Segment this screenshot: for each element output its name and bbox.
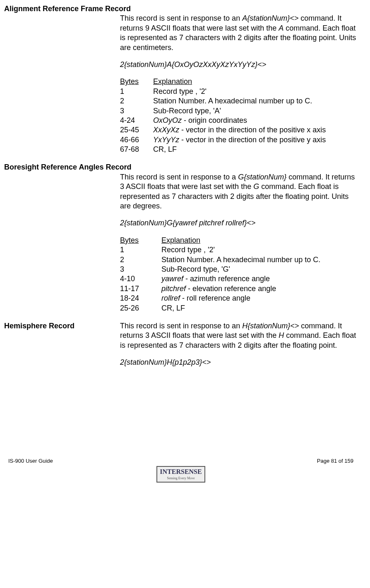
byte-table: BytesExplanation1Record type , '2'2Stati… (120, 77, 358, 154)
byte-explanation: OxOyOz - origin coordinates (153, 116, 358, 125)
doc-section: Hemisphere RecordThis record is sent in … (4, 321, 358, 375)
command-ref-short: A (279, 24, 284, 32)
byte-explanation: Station Number. A hexadecimal number up … (153, 96, 358, 106)
command-ref: A{stationNum}<> (242, 14, 298, 22)
section-body: This record is sent in response to an A{… (120, 14, 358, 154)
byte-table-row: 2Station Number. A hexadecimal number up… (120, 96, 358, 106)
byte-explanation: yawref - azimuth reference angle (161, 274, 358, 284)
byte-range: 18-24 (120, 294, 161, 303)
byte-explanation: Record type , '2' (161, 245, 358, 255)
page-footer: IS-900 User Guide Page 81 of 159 (4, 458, 358, 465)
byte-param: yawref (161, 275, 183, 283)
section-intro: This record is sent in response to an A{… (120, 14, 358, 53)
byte-param: pitchref (161, 284, 186, 293)
byte-range: 25-45 (120, 125, 153, 135)
byte-table-row: 4-24OxOyOz - origin coordinates (120, 116, 358, 125)
explanation-header: Explanation (161, 236, 358, 245)
doc-section: Boresight Reference Angles RecordThis re… (4, 163, 358, 313)
logo-container: INTERSENSE Sensing Every Move (4, 466, 358, 482)
byte-range: 3 (120, 265, 161, 274)
byte-explanation: pitchref - elevation reference angle (161, 284, 358, 294)
bytes-header: Bytes (120, 236, 161, 245)
byte-param: XxXyXz (153, 126, 179, 134)
byte-range: 3 (120, 106, 153, 116)
byte-table: BytesExplanation1Record type , '2'2Stati… (120, 236, 358, 313)
byte-table-row: 67-68CR, LF (120, 145, 358, 154)
section-title: Alignment Reference Frame Record (4, 4, 358, 14)
section-body: This record is sent in response to an H{… (120, 321, 358, 375)
section-title: Boresight Reference Angles Record (4, 163, 358, 172)
byte-explanation: Station Number. A hexadecimal number up … (161, 255, 358, 265)
byte-table-header: BytesExplanation (120, 77, 358, 86)
byte-table-row: 25-45XxXyXz - vector in the direction of… (120, 125, 358, 135)
byte-table-row: 46-66 YxYyYz - vector in the direction o… (120, 135, 358, 145)
byte-explanation: CR, LF (161, 304, 358, 313)
byte-table-header: BytesExplanation (120, 236, 358, 245)
byte-explanation: rollref - roll reference angle (161, 294, 358, 303)
byte-range: 2 (120, 96, 153, 106)
syntax-line: 2{stationNum}H{p1p2p3}<> (120, 358, 358, 367)
byte-range: 4-10 (120, 274, 161, 284)
section-title: Hemisphere Record (4, 321, 120, 331)
byte-table-row: 4-10yawref - azimuth reference angle (120, 274, 358, 284)
byte-range: 1 (120, 245, 161, 255)
section-body: This record is sent in response to a G{s… (120, 172, 358, 313)
byte-explanation: Sub-Record type, 'A' (153, 106, 358, 116)
explanation-header: Explanation (153, 77, 358, 86)
command-ref: H{stationNum}<> (242, 322, 299, 330)
byte-table-row: 3Sub-Record type, 'G' (120, 265, 358, 274)
section-intro: This record is sent in response to an H{… (120, 321, 358, 350)
command-ref: G{stationNum} (238, 173, 286, 181)
byte-range: 25-26 (120, 304, 161, 313)
logo-text: INTERSENSE (160, 468, 202, 475)
byte-param: rollref (161, 294, 180, 302)
byte-explanation: CR, LF (153, 145, 358, 154)
byte-range: 1 (120, 87, 153, 96)
byte-table-row: 1Record type , '2' (120, 87, 358, 96)
footer-left: IS-900 User Guide (8, 458, 53, 465)
byte-explanation: XxXyXz - vector in the direction of the … (153, 125, 358, 135)
byte-table-row: 11-17pitchref - elevation reference angl… (120, 284, 358, 294)
byte-range: 11-17 (120, 284, 161, 294)
byte-table-row: 25-26CR, LF (120, 304, 358, 313)
byte-range: 67-68 (120, 145, 153, 154)
byte-explanation: Record type , '2' (153, 87, 358, 96)
byte-explanation: Sub-Record type, 'G' (161, 265, 358, 274)
byte-table-row: 18-24rollref - roll reference angle (120, 294, 358, 303)
byte-param: OxOyOz (153, 116, 182, 124)
footer-right: Page 81 of 159 (317, 458, 353, 465)
bytes-header: Bytes (120, 77, 153, 86)
byte-range: 4-24 (120, 116, 153, 125)
logo: INTERSENSE Sensing Every Move (156, 466, 205, 482)
command-ref-short: G (253, 182, 259, 191)
byte-table-row: 1Record type , '2' (120, 245, 358, 255)
byte-range: 46-66 (120, 135, 153, 145)
command-ref-short: H (279, 331, 284, 339)
doc-section: Alignment Reference Frame RecordThis rec… (4, 4, 358, 154)
logo-subtitle: Sensing Every Move (160, 476, 202, 480)
byte-param: YxYyYz (153, 136, 179, 144)
syntax-line: 2{stationNum}A{OxOyOzXxXyXzYxYyYz}<> (120, 60, 358, 69)
syntax-line: 2{stationNum}G{yawref pitchref rollref}<… (120, 218, 358, 228)
byte-table-row: 3Sub-Record type, 'A' (120, 106, 358, 116)
byte-explanation: YxYyYz - vector in the direction of the … (153, 135, 358, 145)
byte-range: 2 (120, 255, 161, 265)
byte-table-row: 2Station Number. A hexadecimal number up… (120, 255, 358, 265)
section-intro: This record is sent in response to a G{s… (120, 172, 358, 211)
